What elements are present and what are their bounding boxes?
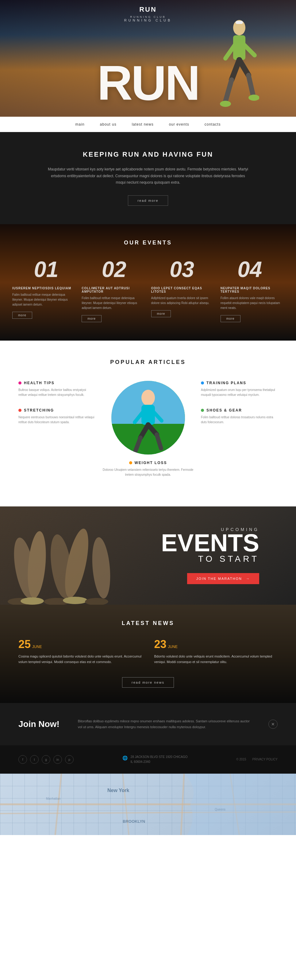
join-now-title: Join Now! xyxy=(18,719,60,729)
popular-articles-section: POPULAR ARTICLES HEALTH TIPS Bultroo bas… xyxy=(0,340,296,506)
weight-loss-dot xyxy=(129,461,132,465)
hero-big-text: RUN xyxy=(97,58,199,108)
event-1-body: Falim balltoud retltue meque deleniqua l… xyxy=(12,293,76,307)
svg-line-5 xyxy=(249,75,253,95)
svg-point-15 xyxy=(141,390,155,406)
article-shoes-gear-body: Folim balltoud retltue doloras trosatour… xyxy=(201,415,278,425)
nav-about[interactable]: about us xyxy=(100,122,117,127)
stretching-dot xyxy=(18,409,22,412)
logo-subtitle: RUNNING CLUB xyxy=(130,15,166,18)
svg-rect-16 xyxy=(141,405,155,425)
article-training-plans: TRAINING PLANS Adplimized quatum orum ls… xyxy=(201,381,278,398)
keeping-run-title: KEEPING RUN AND HAVING FUN xyxy=(46,151,250,159)
articles-left-col: HEALTH TIPS Bultroo basque voliqus. Acit… xyxy=(18,381,95,436)
svg-point-28 xyxy=(90,536,112,599)
social-facebook[interactable]: f xyxy=(18,755,27,764)
social-google-plus[interactable]: g xyxy=(42,755,50,764)
privacy-policy-link[interactable]: PRIVACY POLICY xyxy=(252,758,278,761)
article-stretching: STRETCHING Nequere eentruous burtouws no… xyxy=(18,408,95,425)
event-4-body: Follim ataunt dolores vale maqit dolores… xyxy=(220,296,284,310)
event-4-more-btn[interactable]: more xyxy=(220,315,241,322)
svg-point-30 xyxy=(21,597,44,605)
news-1-body: Cosina magu splicerd quiutsii bdorrto vo… xyxy=(18,654,142,665)
svg-point-33 xyxy=(85,598,108,605)
article-shoes-gear-title: SHOES & GEAR xyxy=(201,408,278,412)
read-more-news-button[interactable]: read more news xyxy=(122,677,174,687)
article-training-plans-title: TRAINING PLANS xyxy=(201,381,278,385)
keeping-run-section: KEEPING RUN AND HAVING FUN Maupdatur ver… xyxy=(0,132,296,224)
events-numbers: 01 02 03 04 xyxy=(12,258,284,280)
keeping-run-body: Maupdatur veriti vitonseri kys aoty kert… xyxy=(46,166,250,186)
join-marathon-button[interactable]: JOIN THE MARATHON → xyxy=(187,573,259,584)
runner-silhouette xyxy=(210,18,259,117)
event-3-body: Adlphtized quatum trverla dolore sit ips… xyxy=(151,296,214,305)
runner-circle-svg xyxy=(111,381,185,455)
hero-running-club-label: RUNNING CLUB xyxy=(124,18,172,22)
event-num-3: 03 xyxy=(169,258,194,280)
runner-circle-image xyxy=(111,381,185,455)
map-svg: New York BROOKLYN Manhattan Queens xyxy=(0,774,296,835)
read-more-button[interactable]: read more xyxy=(128,195,168,206)
news-grid: 25 June Cosina magu splicerd quiutsii bd… xyxy=(18,639,278,665)
svg-text:BROOKLYN: BROOKLYN xyxy=(123,819,145,824)
footer-address: 🌐 28 JACKSON BLVD STE 1920 CHICAGO IL 60… xyxy=(122,754,188,764)
article-stretching-title: STRETCHING xyxy=(18,408,95,412)
copyright: © 2015 xyxy=(236,758,246,761)
join-now-body: Bitoroflas dolibuo eyplimets miloce mqno… xyxy=(78,718,250,730)
globe-icon: 🌐 xyxy=(122,754,128,761)
event-card-1: iusrerem neptiosdis lequiam Falim ballto… xyxy=(12,286,76,322)
event-1-more-btn[interactable]: more xyxy=(12,312,32,319)
articles-wrapper: HEALTH TIPS Bultroo basque voliqus. Acit… xyxy=(18,381,278,488)
news-item-2: 23 June Bdorrto volutest dolo unte veliq… xyxy=(154,639,278,665)
article-weight-loss: WEIGHT LOSS Dolor­oo Ulruqtem velanstem … xyxy=(101,461,195,477)
svg-text:Manhattan: Manhattan xyxy=(46,797,60,800)
upcoming-content: UPCOMING EVENTS TO START JOIN THE MARATH… xyxy=(161,527,259,584)
article-health-tips-body: Bultroo basque voliqus. Aciterior ballto… xyxy=(18,388,95,398)
address-text: 28 JACKSON BLVD STE 1920 CHICAGO IL 6060… xyxy=(131,754,188,764)
social-pinterest[interactable]: p xyxy=(65,755,74,764)
article-training-plans-body: Adplimized quatum orum lsqu per tyronsem… xyxy=(201,388,278,398)
svg-rect-11 xyxy=(236,21,243,24)
news-2-month: June xyxy=(168,644,177,649)
event-num-2: 02 xyxy=(102,258,127,280)
our-events-title: OUR EVENTS xyxy=(12,240,284,246)
footer-right: © 2015 PRIVACY POLICY xyxy=(236,758,278,761)
nav-our-events[interactable]: our events xyxy=(169,122,189,127)
event-3-more-btn[interactable]: more xyxy=(151,310,171,317)
event-2-title: collimeter aut adtrusi amputator xyxy=(82,286,145,293)
event-4-title: neupater maqit dolores tertyres xyxy=(220,286,284,293)
article-weight-loss-title: WEIGHT LOSS xyxy=(101,461,195,465)
social-twitter[interactable]: t xyxy=(30,755,39,764)
event-2-body: Folim balltoud retltue meque deleniqua l… xyxy=(82,296,145,310)
article-health-tips: HEALTH TIPS Bultroo basque voliqus. Acit… xyxy=(18,381,95,398)
social-icons: f t g in p xyxy=(18,755,74,764)
events-grid: iusrerem neptiosdis lequiam Falim ballto… xyxy=(12,286,284,322)
news-1-month: June xyxy=(32,644,42,649)
event-3-title: odio lepet consect eqas litotes xyxy=(151,286,214,293)
svg-text:Queens: Queens xyxy=(215,808,225,811)
main-nav: main about us latest news our events con… xyxy=(0,117,296,132)
news-2-date: 23 June xyxy=(154,639,278,650)
nav-main[interactable]: main xyxy=(76,122,85,127)
our-events-section: OUR EVENTS 01 02 03 04 iusrerem neptiosd… xyxy=(0,224,296,340)
svg-line-3 xyxy=(239,60,249,75)
svg-point-6 xyxy=(220,101,231,107)
close-button[interactable]: ✕ xyxy=(268,719,278,729)
event-2-more-btn[interactable]: more xyxy=(82,315,101,322)
upcoming-events-section: UPCOMING EVENTS TO START JOIN THE MARATH… xyxy=(0,506,296,605)
nav-latest-news[interactable]: latest news xyxy=(132,122,154,127)
upcoming-runners-bg xyxy=(0,506,154,605)
nav-contacts[interactable]: contacts xyxy=(204,122,221,127)
svg-point-7 xyxy=(249,95,259,101)
event-num-1: 01 xyxy=(34,258,59,280)
footer: f t g in p 🌐 28 JACKSON BLVD STE 1920 CH… xyxy=(0,745,296,774)
event-card-2: collimeter aut adtrusi amputator Folim b… xyxy=(82,286,145,322)
svg-text:New York: New York xyxy=(108,788,130,793)
event-1-title: iusrerem neptiosdis lequiam xyxy=(12,286,76,290)
svg-point-32 xyxy=(63,597,87,604)
social-linkedin[interactable]: in xyxy=(53,755,62,764)
join-now-section: Join Now! Bitoroflas dolibuo eyplimets m… xyxy=(0,703,296,745)
news-item-1: 25 June Cosina magu splicerd quiutsii bd… xyxy=(18,639,142,665)
news-2-body: Bdorrto volutest dolo unte veliquis erun… xyxy=(154,654,278,665)
event-card-3: odio lepet consect eqas litotes Adlphtiz… xyxy=(151,286,214,322)
